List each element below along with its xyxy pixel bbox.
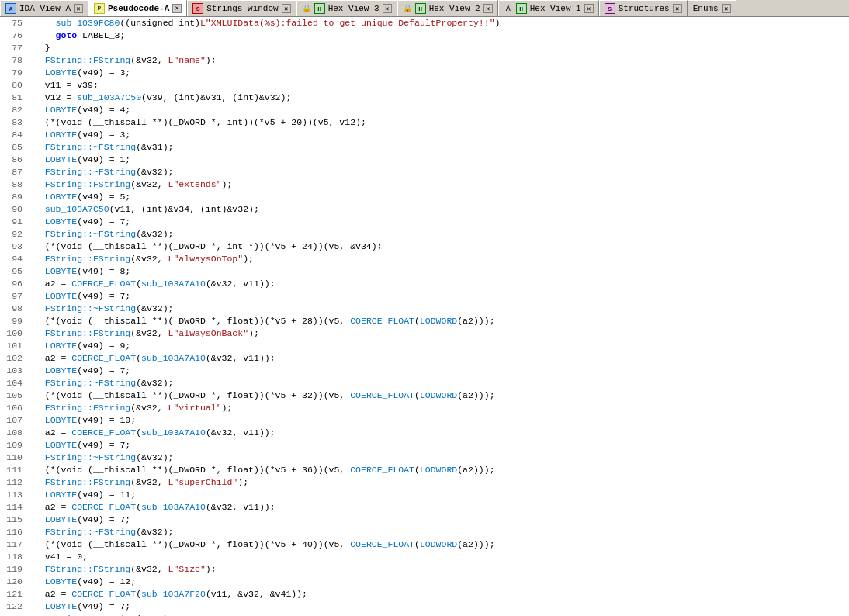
tab-pseudocode-a-label: Pseudocode-A <box>108 4 169 13</box>
line-number: 118 <box>3 551 23 563</box>
code-token <box>34 340 45 352</box>
tab-enums-label: Enums <box>693 4 719 13</box>
line-number: 95 <box>3 265 23 278</box>
line-number: 76 <box>3 29 23 42</box>
code-line: FString::~FString(&v32); <box>34 452 849 464</box>
code-token: COERCE_FLOAT <box>71 427 136 439</box>
code-token: ( <box>414 538 420 551</box>
code-line: LOBYTE(v49) = 1; <box>34 154 849 166</box>
code-token <box>34 265 45 278</box>
tab-pseudocode-a[interactable]: P Pseudocode-A ✕ <box>88 0 187 16</box>
hex-view-2-icon: H <box>415 3 426 14</box>
code-token <box>34 228 45 241</box>
code-token: COERCE_FLOAT <box>350 538 414 551</box>
tab-hex-view-3-close[interactable]: ✕ <box>383 4 392 13</box>
line-number: 115 <box>3 514 23 526</box>
code-token: L"extends" <box>168 178 222 191</box>
line-number: 98 <box>3 303 23 315</box>
code-token: (&v32); <box>136 452 173 464</box>
line-number: 91 <box>3 216 23 228</box>
line-number: 94 <box>3 253 23 265</box>
code-token <box>34 29 56 42</box>
tab-strings-window-close[interactable]: ✕ <box>282 4 291 13</box>
code-token: (v49) = 12; <box>77 576 136 588</box>
code-line: LOBYTE(v49) = 3; <box>34 129 849 141</box>
code-token: L"alwaysOnBack" <box>168 327 249 340</box>
code-line: (*(void (__thiscall **)(_DWORD *, float)… <box>34 538 849 551</box>
code-token: FString::~FString <box>45 526 136 538</box>
code-token: LOBYTE <box>45 216 77 228</box>
tab-pseudocode-a-close[interactable]: ✕ <box>172 4 182 13</box>
code-token <box>34 166 45 178</box>
code-token: a2 = <box>34 352 71 365</box>
code-token: FString::~FString <box>45 141 136 154</box>
code-line: FString::~FString(&v31); <box>34 141 849 154</box>
code-token: FString::FString <box>45 54 130 67</box>
line-number: 120 <box>3 576 23 588</box>
code-token: FString::~FString <box>45 613 136 616</box>
code-token <box>34 203 45 216</box>
code-token: FString::~FString <box>45 377 136 389</box>
tab-structures[interactable]: S Structures ✕ <box>599 0 688 16</box>
tab-strings-window-label: Strings window <box>206 4 278 13</box>
line-number: 111 <box>3 464 23 476</box>
code-token: ( <box>136 588 141 600</box>
code-line: FString::FString(&v32, L"name"); <box>34 54 849 67</box>
code-token: LOBYTE <box>45 600 77 613</box>
structures-icon: S <box>605 3 615 14</box>
code-line: sub_1039FC80((unsigned int)L"XMLUIData(%… <box>34 17 849 29</box>
hex-view-3-icon: H <box>314 3 325 14</box>
code-token <box>34 514 45 526</box>
code-token <box>34 600 45 613</box>
code-token: COERCE_FLOAT <box>350 389 414 402</box>
line-number: 122 <box>3 600 23 613</box>
code-token: (v49) = 11; <box>77 489 136 501</box>
line-number: 80 <box>3 79 23 92</box>
tab-enums[interactable]: Enums ✕ <box>688 0 736 16</box>
code-token: (&v31); <box>136 141 173 154</box>
tab-hex-view-2-close[interactable]: ✕ <box>483 4 493 13</box>
code-token: FString::FString <box>45 253 130 265</box>
code-token: (&v32, v11)); <box>206 427 275 439</box>
line-number: 89 <box>3 191 23 203</box>
code-token: (&v32); <box>136 377 173 389</box>
tab-ida-view-a[interactable]: A IDA View-A ✕ <box>0 0 88 16</box>
code-token <box>34 17 56 29</box>
line-number: 87 <box>3 166 23 178</box>
code-line: LOBYTE(v49) = 12; <box>34 576 849 588</box>
code-token <box>34 476 45 489</box>
line-number: 81 <box>3 92 23 104</box>
code-token: LOBYTE <box>45 154 77 166</box>
code-token: L"alwaysOnTop" <box>168 253 244 265</box>
code-line: LOBYTE(v49) = 8; <box>34 265 849 278</box>
code-line: LOBYTE(v49) = 7; <box>34 216 849 228</box>
code-token: a2 = <box>34 427 71 439</box>
code-line: LOBYTE(v49) = 7; <box>34 290 849 303</box>
code-token <box>34 253 45 265</box>
code-line: LOBYTE(v49) = 7; <box>34 514 849 526</box>
code-token: v11 = v39; <box>34 79 99 92</box>
code-token: COERCE_FLOAT <box>71 278 136 290</box>
code-token: ); <box>222 402 233 414</box>
code-token: (&v32); <box>136 613 173 616</box>
code-lines[interactable]: sub_1039FC80((unsigned int)L"XMLUIData(%… <box>29 17 849 616</box>
code-token: ( <box>136 352 141 365</box>
code-token: (*(void (__thiscall **)(_DWORD *, int))(… <box>34 116 366 129</box>
tab-structures-close[interactable]: ✕ <box>673 4 682 13</box>
code-token: (v11, (int)&v34, (int)&v32); <box>109 203 259 216</box>
tab-hex-view-1-close[interactable]: ✕ <box>584 4 594 13</box>
tab-structures-label: Structures <box>619 4 670 13</box>
code-token <box>34 452 45 464</box>
tab-hex-view-3[interactable]: 🔒 H Hex View-3 ✕ <box>296 0 397 16</box>
tab-strings-window[interactable]: S Strings window ✕ <box>187 0 296 16</box>
tab-hex-view-1[interactable]: A H Hex View-1 ✕ <box>498 0 599 16</box>
tab-enums-close[interactable]: ✕ <box>722 4 731 13</box>
line-number: 119 <box>3 563 23 576</box>
tab-ida-view-a-close[interactable]: ✕ <box>74 4 83 13</box>
line-number: 107 <box>3 414 23 427</box>
code-token: COERCE_FLOAT <box>350 464 414 476</box>
line-number: 86 <box>3 154 23 166</box>
code-token: LOBYTE <box>45 290 77 303</box>
tab-hex-view-2[interactable]: 🔒 H Hex View-2 ✕ <box>397 0 498 16</box>
code-line: (*(void (__thiscall **)(_DWORD *, float)… <box>34 315 849 327</box>
